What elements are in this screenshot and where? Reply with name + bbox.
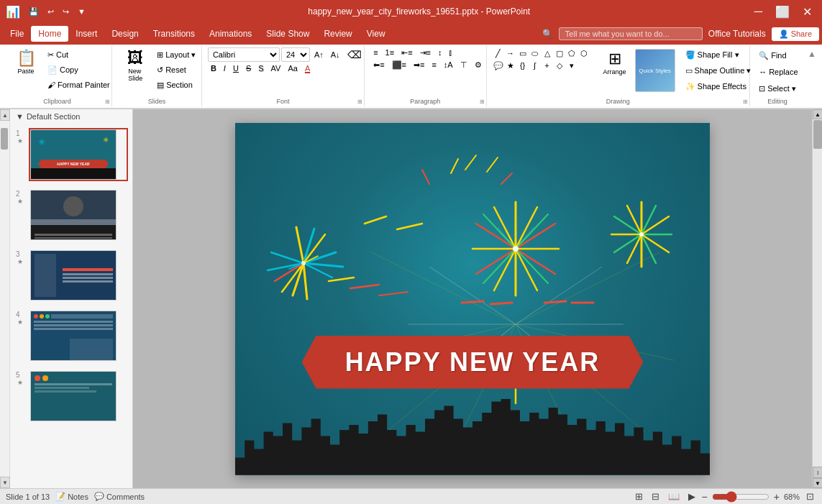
reset-button[interactable]: ↺Reset	[154, 63, 198, 77]
clear-format-button[interactable]: ⌫	[344, 48, 365, 61]
copy-button[interactable]: 📄Copy	[45, 63, 113, 77]
zoom-in-button[interactable]: +	[774, 491, 780, 503]
quick-styles-preview[interactable]: Quick Styles	[635, 49, 675, 92]
columns-button[interactable]: ⫿	[446, 47, 456, 58]
line-spacing-button[interactable]: ↕	[435, 47, 445, 58]
shape-diamond[interactable]: ◇	[554, 60, 565, 71]
menu-review[interactable]: Review	[316, 26, 359, 42]
shape-rect[interactable]: ▭	[517, 47, 529, 59]
quick-customize-icon[interactable]: ▼	[75, 6, 88, 17]
find-button[interactable]: 🔍 Find	[756, 48, 789, 63]
menu-file[interactable]: File	[3, 26, 31, 42]
replace-button[interactable]: ↔ Replace	[756, 65, 800, 79]
shape-plus[interactable]: +	[542, 60, 553, 71]
slide-scroll-thumb[interactable]	[1, 128, 8, 150]
scroll-fit-button[interactable]: ↕	[813, 467, 822, 478]
font-size-select[interactable]: 24	[281, 47, 310, 62]
slide-thumb-3[interactable]	[29, 249, 128, 302]
slide-canvas[interactable]: HAPPY NEW YEAR	[235, 123, 710, 475]
align-center-button[interactable]: ⬛≡	[389, 60, 409, 70]
quick-undo-icon[interactable]: ↩	[45, 6, 57, 18]
align-left-button[interactable]: ⬅≡	[370, 60, 387, 70]
menu-transitions[interactable]: Transitions	[146, 26, 202, 42]
reading-view-button[interactable]: 📖	[666, 490, 682, 503]
select-button[interactable]: ⊡ Select ▾	[756, 81, 799, 96]
smartart-button[interactable]: ⚙	[472, 60, 485, 70]
section-header[interactable]: ▼ Default Section	[10, 109, 132, 124]
italic-button[interactable]: I	[221, 63, 229, 73]
increase-indent-button[interactable]: ⇥≡	[417, 47, 434, 58]
justify-button[interactable]: ≡	[429, 60, 439, 70]
slide-item-3[interactable]: 3 ★	[13, 247, 129, 303]
slide-thumb-4[interactable]	[29, 309, 128, 362]
share-button[interactable]: 👤 Share	[772, 27, 819, 41]
drawing-expand-icon[interactable]: ⊞	[743, 98, 748, 105]
shape-more-icon[interactable]: ▾	[566, 60, 577, 71]
right-scroll-thumb[interactable]	[813, 120, 822, 149]
ribbon-collapse-button[interactable]: ▲	[805, 46, 819, 62]
menu-home[interactable]: Home	[31, 26, 68, 42]
numbering-button[interactable]: 1≡	[383, 47, 398, 58]
font-family-select[interactable]: Calibri	[208, 47, 280, 62]
scroll-up-button[interactable]: ▲	[813, 109, 822, 119]
layout-button[interactable]: ⊞Layout ▾	[154, 47, 198, 62]
paste-button[interactable]: 📋 Paste	[9, 47, 43, 77]
font-expand-icon[interactable]: ⊞	[357, 98, 362, 105]
char-spacing-button[interactable]: AV	[268, 63, 284, 73]
shape-triangle[interactable]: △	[542, 47, 553, 59]
close-button[interactable]: ✕	[798, 4, 816, 20]
quick-save-icon[interactable]: 💾	[26, 6, 42, 18]
increase-font-button[interactable]: A↑	[311, 50, 326, 60]
shape-oval[interactable]: ⬭	[529, 47, 541, 59]
arrange-button[interactable]: ⊞ Arrange	[599, 47, 631, 78]
shape-star[interactable]: ★	[505, 60, 516, 71]
new-slide-button[interactable]: 🖼 NewSlide	[118, 47, 152, 84]
bold-button[interactable]: B	[208, 63, 219, 73]
restore-button[interactable]: ⬜	[771, 4, 794, 20]
search-input[interactable]	[559, 27, 703, 40]
slide-scroll-down[interactable]: ▼	[0, 477, 10, 488]
paragraph-expand-icon[interactable]: ⊞	[480, 98, 485, 105]
zoom-out-button[interactable]: −	[702, 491, 708, 503]
shape-fill-dropdown[interactable]: ▾	[735, 50, 739, 60]
fit-slide-button[interactable]: ⊡	[804, 490, 816, 503]
normal-view-button[interactable]: ⊞	[633, 490, 645, 503]
menu-design[interactable]: Design	[104, 26, 145, 42]
slide-item-1[interactable]: 1 ★ HAPPY NEW YEAR ✳ ✳	[13, 127, 129, 183]
strikethrough-button[interactable]: S	[243, 63, 254, 73]
menu-animations[interactable]: Animations	[202, 26, 259, 42]
shape-fill-button[interactable]: 🪣 Shape Fill ▾	[682, 47, 754, 62]
shape-callout[interactable]: 💬	[493, 60, 504, 71]
shadow-button[interactable]: S	[255, 63, 266, 73]
shape-effects-button[interactable]: ✨ Shape Effects	[682, 79, 754, 93]
notes-button[interactable]: 📝 Notes	[55, 492, 88, 501]
shape-brace[interactable]: {}	[517, 60, 529, 71]
slide-thumb-5[interactable]	[29, 370, 128, 423]
comments-button[interactable]: 💬 Comments	[94, 492, 145, 501]
format-painter-button[interactable]: 🖌Format Painter	[45, 78, 113, 92]
shape-outline-button[interactable]: ▭ Shape Outline ▾	[682, 63, 754, 78]
underline-button[interactable]: U	[230, 63, 242, 73]
shape-pentagon[interactable]: ⬠	[566, 47, 577, 59]
font-color-button[interactable]: A	[302, 63, 313, 73]
office-tutorials-link[interactable]: Office Tutorials	[708, 29, 766, 39]
menu-view[interactable]: View	[360, 26, 393, 42]
change-case-button[interactable]: Aa	[285, 63, 300, 73]
decrease-font-button[interactable]: A↓	[328, 50, 343, 60]
select-dropdown[interactable]: ▾	[792, 84, 796, 93]
slideshow-button[interactable]: ▶	[686, 490, 698, 503]
slide-item-2[interactable]: 2 ★	[13, 187, 129, 243]
slide-thumb-2[interactable]	[29, 188, 128, 242]
shape-connector[interactable]: ∫	[529, 60, 541, 71]
menu-insert[interactable]: Insert	[68, 26, 104, 42]
clipboard-expand-icon[interactable]: ⊞	[105, 98, 110, 105]
bullets-button[interactable]: ≡	[370, 47, 380, 58]
text-direction-button[interactable]: ↕A	[441, 60, 456, 70]
slide-scroll-up[interactable]: ▲	[0, 109, 10, 121]
align-text-button[interactable]: ⊤	[457, 60, 470, 70]
slide-item-5[interactable]: 5 ★	[13, 368, 129, 424]
shape-line[interactable]: ╱	[493, 47, 504, 59]
shape-hex[interactable]: ⬡	[578, 47, 590, 59]
align-right-button[interactable]: ➡≡	[411, 60, 427, 70]
shape-roundrect[interactable]: ▢	[554, 47, 565, 59]
